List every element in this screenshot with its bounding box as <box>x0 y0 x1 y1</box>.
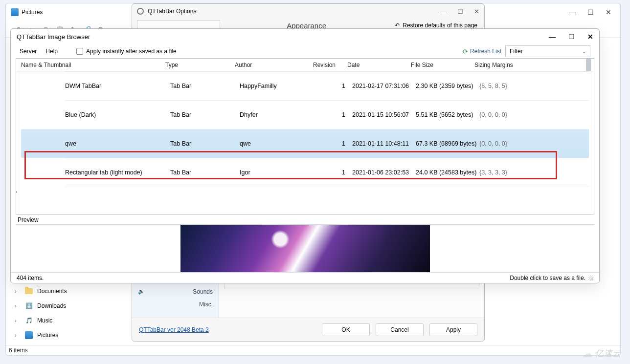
pictures-app-icon <box>11 8 19 16</box>
explorer-maximize-button[interactable]: ☐ <box>587 8 594 16</box>
chevron-right-icon: › <box>15 289 21 294</box>
apply-button[interactable]: Apply <box>429 323 477 336</box>
preview-image <box>180 225 430 272</box>
sidebar-item-pictures[interactable]: › Pictures <box>9 328 93 343</box>
list-row[interactable]: Blue (Dark) Tab Bar Dhyfer 1 2021-01-15 … <box>65 100 589 129</box>
chevron-down-icon: ⌄ <box>582 49 586 54</box>
browser-close-button[interactable]: ✕ <box>587 33 593 41</box>
list-body: DWM TabBar Tab Bar HappyFamilly 1 2021-0… <box>16 71 594 214</box>
image-browser-modal: QTTabBar Image Browser — ☐ ✕ Server Help… <box>10 28 600 283</box>
explorer-close-button[interactable]: ✕ <box>606 8 611 16</box>
apply-instantly-label: Apply instantly after saved as a file <box>86 48 177 55</box>
filter-select[interactable]: Filter ⌄ <box>505 45 590 57</box>
options-titlebar: QTTabBar Options — ☐ ✕ <box>132 4 484 19</box>
options-nav-misc[interactable]: Misc. <box>132 299 219 312</box>
sidebar-item-downloads[interactable]: › ⬇️ Downloads <box>9 299 93 313</box>
sidebar-item-label: Documents <box>37 288 67 295</box>
options-nav-sounds[interactable]: Sounds <box>132 286 219 299</box>
preview-panel <box>16 224 594 272</box>
list-header: Name & Thumbnail Type Author Revision Da… <box>16 59 594 71</box>
options-maximize-button[interactable]: ☐ <box>457 8 463 15</box>
sidebar-item-label: Pictures <box>37 332 58 339</box>
filter-label: Filter <box>510 48 523 55</box>
downloads-icon: ⬇️ <box>24 301 33 310</box>
preview-label: Preview <box>11 214 599 224</box>
explorer-item-count: 6 items <box>6 345 620 355</box>
column-name[interactable]: Name & Thumbnail <box>16 62 160 68</box>
checkbox-icon <box>76 48 83 55</box>
column-type[interactable]: Type <box>160 62 230 68</box>
column-revision[interactable]: Revision <box>307 62 342 68</box>
list-row[interactable]: DWM TabBar Tab Bar HappyFamilly 1 2021-0… <box>65 71 589 100</box>
options-title: QTTabBar Options <box>148 8 196 15</box>
chevron-right-icon: › <box>15 333 21 338</box>
refresh-list-button[interactable]: ⟳ Refresh List <box>463 48 501 55</box>
browser-minimize-button[interactable]: — <box>549 33 556 41</box>
menu-help[interactable]: Help <box>45 48 58 55</box>
column-margins[interactable]: Sizing Margins <box>470 62 524 68</box>
gear-icon <box>137 8 144 15</box>
documents-icon <box>24 287 33 296</box>
undo-icon: ↶ <box>395 22 400 29</box>
chevron-right-icon: › <box>15 303 21 309</box>
scrollbar-thumb[interactable] <box>586 59 591 71</box>
browser-maximize-button[interactable]: ☐ <box>568 33 575 41</box>
refresh-icon: ⟳ <box>463 48 468 55</box>
list-row-partial[interactable] <box>65 187 589 198</box>
status-bar: 404 items. Double click to save as a fil… <box>11 272 599 283</box>
explorer-title: Pictures <box>22 9 43 16</box>
browser-titlebar: QTTabBar Image Browser — ☐ ✕ <box>11 29 599 44</box>
apply-instantly-checkbox[interactable]: Apply instantly after saved as a file <box>76 48 177 55</box>
explorer-minimize-button[interactable]: — <box>569 8 576 16</box>
column-filesize[interactable]: File Size <box>406 62 470 68</box>
sidebar-item-label: Music <box>37 317 52 324</box>
version-link[interactable]: QTTabBar ver 2048 Beta 2 <box>139 326 209 333</box>
pictures-icon <box>24 331 33 340</box>
sidebar-item-documents[interactable]: › Documents <box>9 284 93 299</box>
column-date[interactable]: Date <box>342 62 406 68</box>
status-hint: Double click to save as a file. <box>510 275 585 281</box>
resize-grip[interactable] <box>588 276 593 280</box>
column-author[interactable]: Author <box>230 62 307 68</box>
list-row-selected[interactable]: qwe Tab Bar qwe 1 2021-01-11 10:48:11 67… <box>21 129 589 158</box>
music-icon: 🎵 <box>24 316 33 325</box>
browser-title: QTTabBar Image Browser <box>17 33 90 41</box>
list-container: Name & Thumbnail Type Author Revision Da… <box>16 58 594 214</box>
options-minimize-button[interactable]: — <box>440 8 447 15</box>
browser-menu: Server Help Apply instantly after saved … <box>11 44 599 58</box>
list-row[interactable]: Rectangular tab (light mode) Tab Bar Igo… <box>65 158 589 187</box>
ok-button[interactable]: OK <box>322 323 370 336</box>
options-footer: QTTabBar ver 2048 Beta 2 OK Cancel Apply <box>132 318 484 341</box>
chevron-right-icon: › <box>15 318 21 323</box>
sidebar-item-label: Downloads <box>37 302 66 309</box>
menu-server[interactable]: Server <box>20 48 37 55</box>
status-item-count: 404 items. <box>17 275 44 281</box>
sidebar-item-music[interactable]: › 🎵 Music <box>9 313 93 328</box>
options-close-button[interactable]: ✕ <box>474 8 479 15</box>
cancel-button[interactable]: Cancel <box>376 323 424 336</box>
